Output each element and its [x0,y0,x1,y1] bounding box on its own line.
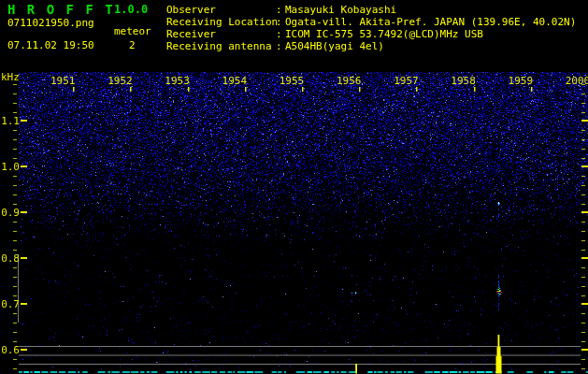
info-separator: : [276,16,285,28]
freq-tick-label: 1.0 [0,161,20,173]
info-value: A504HB(yagi 4el) [285,40,384,52]
hrofft-window: H R O F F T 1.0.0 0711021950.png meteor … [0,0,588,374]
time-tick-label: 1957 [391,75,421,87]
station-info-row: Receiver:ICOM IC-575 53.7492(@LCD)MHz US… [166,28,576,40]
info-separator: : [276,4,285,16]
station-info: Observer:Masayuki KobayashiReceiving Loc… [166,4,576,52]
time-tick-label: 1954 [220,75,250,87]
app-version: 1.0.0 [114,3,148,16]
info-separator: : [276,28,285,40]
station-info-row: Receiving antenna:A504HB(yagi 4el) [166,40,576,52]
info-value: Ogata-vill. Akita-Pref. JAPAN (139.96E, … [285,16,576,28]
station-info-row: Receiving Location:Ogata-vill. Akita-Pre… [166,16,576,28]
freq-tick-label: 0.8 [0,252,20,265]
meteor-count: 2 [129,39,136,51]
time-tick-label: 1959 [506,75,536,87]
time-tick-label: 1955 [277,75,307,87]
station-info-row: Observer:Masayuki Kobayashi [166,4,576,16]
app-title: H R O F F T [7,2,115,17]
time-tick-label: 1958 [449,75,479,87]
freq-tick-label: 0.9 [0,207,20,219]
freq-tick-label: 0.7 [0,298,20,310]
info-label: Receiving Location [166,16,276,28]
info-separator: : [276,40,285,52]
spectrogram-canvas [0,0,588,374]
freq-tick-label: 1.1 [0,115,20,127]
info-label: Observer [166,4,276,16]
datetime-label: 07.11.02 19:50 [7,39,94,51]
time-tick-label: 1952 [105,75,135,87]
info-label: Receiver [166,28,276,40]
time-tick-label: 1951 [48,75,78,87]
info-value: Masayuki Kobayashi [285,4,396,16]
freq-axis-unit: kHz [1,71,20,83]
time-tick-label: 1956 [334,75,364,87]
freq-tick-label: 0.6 [0,344,20,356]
meteor-label: meteor [114,25,151,37]
time-tick-label: 1953 [163,75,193,87]
output-filename: 0711021950.png [7,17,94,29]
time-tick-label: 2000 [563,75,588,87]
info-value: ICOM IC-575 53.7492(@LCD)MHz USB [285,28,483,40]
info-label: Receiving antenna [166,40,276,52]
